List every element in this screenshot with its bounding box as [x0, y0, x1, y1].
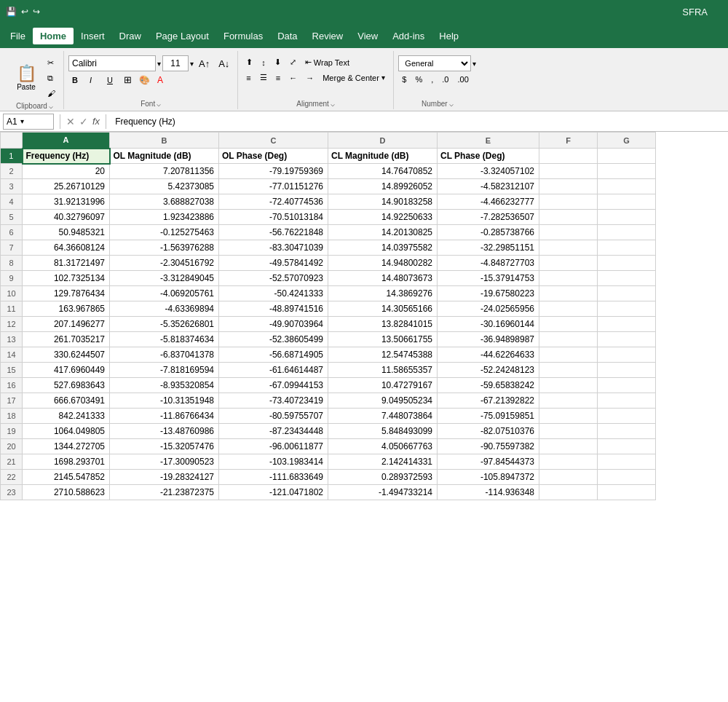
cell-e5[interactable]: -7.282536507 — [438, 210, 539, 225]
menu-review[interactable]: Review — [305, 28, 351, 44]
cell-c4[interactable]: -72.40774536 — [219, 194, 328, 210]
cell-d21[interactable]: 2.142414331 — [328, 454, 438, 470]
cell-c7[interactable]: -83.30471039 — [219, 240, 328, 256]
cell-d13[interactable]: 13.50661755 — [328, 332, 438, 347]
cell-f20[interactable] — [539, 439, 598, 454]
cell-c2[interactable]: -79.19759369 — [219, 164, 328, 179]
cell-d14[interactable]: 12.54745388 — [328, 347, 438, 363]
cell-e17[interactable]: -67.21392822 — [438, 393, 539, 409]
cell-c19[interactable]: -87.23434448 — [219, 424, 328, 439]
cell-a11[interactable]: 163.967865 — [23, 301, 110, 317]
cell-f16[interactable] — [539, 378, 598, 393]
clipboard-expand-icon[interactable]: ⌵ — [49, 102, 53, 110]
cell-d2[interactable]: 14.76470852 — [328, 164, 438, 179]
copy-button[interactable]: ⧉ — [44, 71, 59, 85]
cell-d3[interactable]: 14.89926052 — [328, 179, 438, 194]
menu-draw[interactable]: Draw — [112, 28, 149, 44]
cell-g11[interactable] — [598, 301, 656, 317]
cell-d17[interactable]: 9.049505234 — [328, 393, 438, 409]
cancel-formula-icon[interactable]: ✕ — [66, 116, 75, 127]
align-right-button[interactable]: ≡ — [272, 71, 284, 84]
cell-g12[interactable] — [598, 317, 656, 332]
indent-increase-button[interactable]: → — [302, 71, 317, 84]
undo-icon[interactable]: ↩ — [21, 7, 28, 17]
cell-c3[interactable]: -77.01151276 — [219, 179, 328, 194]
cell-f19[interactable] — [539, 424, 598, 439]
cell-c9[interactable]: -52.57070923 — [219, 271, 328, 286]
col-header-c[interactable]: C — [219, 133, 328, 149]
cell-f12[interactable] — [539, 317, 598, 332]
cell-f21[interactable] — [539, 454, 598, 470]
cell-b17[interactable]: -10.31351948 — [110, 393, 219, 409]
cell-e18[interactable]: -75.09159851 — [438, 409, 539, 424]
cell-b7[interactable]: -1.563976288 — [110, 240, 219, 256]
cell-d20[interactable]: 4.050667763 — [328, 439, 438, 454]
col-header-a[interactable]: A — [23, 133, 110, 149]
cell-b16[interactable]: -8.935320854 — [110, 378, 219, 393]
cell-e9[interactable]: -15.37914753 — [438, 271, 539, 286]
cell-ref-dropdown-icon[interactable]: ▾ — [20, 117, 24, 125]
cell-e7[interactable]: -32.29851151 — [438, 240, 539, 256]
cell-g2[interactable] — [598, 164, 656, 179]
cell-d15[interactable]: 11.58655357 — [328, 363, 438, 378]
cell-b22[interactable]: -19.28324127 — [110, 470, 219, 485]
cell-a5[interactable]: 40.32796097 — [23, 210, 110, 225]
cell-e4[interactable]: -4.466232777 — [438, 194, 539, 210]
cell-d9[interactable]: 14.48073673 — [328, 271, 438, 286]
formula-input[interactable] — [112, 116, 725, 127]
menu-home[interactable]: Home — [33, 28, 74, 44]
cell-a10[interactable]: 129.7876434 — [23, 286, 110, 301]
cell-f9[interactable] — [539, 271, 598, 286]
cell-c15[interactable]: -61.64614487 — [219, 363, 328, 378]
cell-b3[interactable]: 5.42373085 — [110, 179, 219, 194]
confirm-formula-icon[interactable]: ✓ — [79, 116, 88, 127]
cell-c10[interactable]: -50.4241333 — [219, 286, 328, 301]
cell-f2[interactable] — [539, 164, 598, 179]
cell-e3[interactable]: -4.582312107 — [438, 179, 539, 194]
cell-d16[interactable]: 10.47279167 — [328, 378, 438, 393]
font-expand-icon[interactable]: ⌵ — [157, 100, 161, 108]
cell-b4[interactable]: 3.688827038 — [110, 194, 219, 210]
cell-f18[interactable] — [539, 409, 598, 424]
title-bar-icons[interactable]: 💾 ↩ ↪ — [6, 7, 40, 17]
cell-e1[interactable]: CL Phase (Deg) — [438, 149, 539, 164]
cell-g21[interactable] — [598, 454, 656, 470]
menu-file[interactable]: File — [3, 28, 33, 44]
percent-button[interactable]: % — [411, 73, 426, 86]
cell-e21[interactable]: -97.84544373 — [438, 454, 539, 470]
cell-b21[interactable]: -17.30090523 — [110, 454, 219, 470]
align-center-button[interactable]: ☰ — [256, 71, 271, 84]
cell-g19[interactable] — [598, 424, 656, 439]
cell-d7[interactable]: 14.03975582 — [328, 240, 438, 256]
cell-g8[interactable] — [598, 256, 656, 271]
font-shrink-button[interactable]: A↓ — [215, 56, 233, 71]
align-bottom-button[interactable]: ⬇ — [271, 55, 285, 69]
merge-center-button[interactable]: Merge & Center ▾ — [319, 71, 389, 84]
currency-button[interactable]: $ — [398, 73, 410, 86]
cell-g9[interactable] — [598, 271, 656, 286]
cell-g15[interactable] — [598, 363, 656, 378]
menu-help[interactable]: Help — [432, 28, 466, 44]
cell-f1[interactable] — [539, 149, 598, 164]
alignment-expand-icon[interactable]: ⌵ — [331, 100, 335, 108]
cell-b6[interactable]: -0.125275463 — [110, 225, 219, 240]
cell-b23[interactable]: -21.23872375 — [110, 485, 219, 500]
cell-b18[interactable]: -11.86766434 — [110, 409, 219, 424]
cell-d19[interactable]: 5.848493099 — [328, 424, 438, 439]
cell-b19[interactable]: -13.48760986 — [110, 424, 219, 439]
cell-b10[interactable]: -4.069205761 — [110, 286, 219, 301]
cell-b13[interactable]: -5.818374634 — [110, 332, 219, 347]
cell-b11[interactable]: -4.63369894 — [110, 301, 219, 317]
cell-c22[interactable]: -111.6833649 — [219, 470, 328, 485]
font-border-icon[interactable]: ⊞ — [121, 73, 135, 87]
cell-d5[interactable]: 14.92250633 — [328, 210, 438, 225]
cell-a9[interactable]: 102.7325134 — [23, 271, 110, 286]
cell-b2[interactable]: 7.207811356 — [110, 164, 219, 179]
decimal-decrease-button[interactable]: .0 — [438, 73, 452, 86]
cell-a17[interactable]: 666.6703491 — [23, 393, 110, 409]
menu-view[interactable]: View — [350, 28, 385, 44]
spreadsheet-container[interactable]: A B C D E F G 1 Frequency (Hz) OL Magnit… — [0, 132, 728, 702]
cell-g4[interactable] — [598, 194, 656, 210]
cell-a16[interactable]: 527.6983643 — [23, 378, 110, 393]
cell-f22[interactable] — [539, 470, 598, 485]
